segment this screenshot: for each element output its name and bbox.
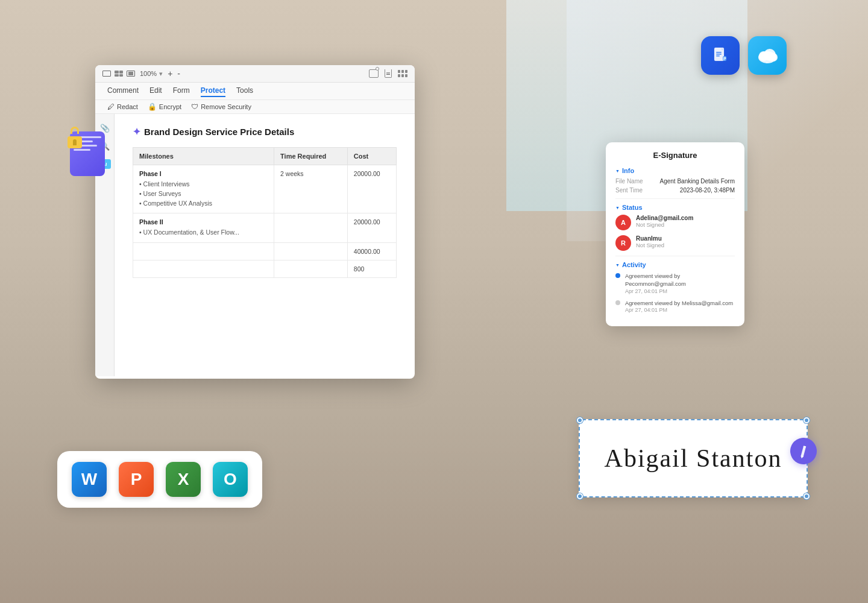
sig-corner-br bbox=[804, 493, 810, 499]
signer-row-2: R RuanImu Not Signed bbox=[615, 235, 735, 251]
esig-title: E-Signature bbox=[615, 151, 735, 160]
title-star-icon: ✦ bbox=[133, 126, 140, 137]
esig-status-section: Status bbox=[615, 204, 735, 211]
menu-form[interactable]: Form bbox=[173, 85, 190, 97]
col-time: Time Required bbox=[274, 148, 348, 165]
toolbar-icons bbox=[102, 71, 135, 77]
svg-text:P: P bbox=[723, 57, 726, 61]
esig-activity-section: Activity bbox=[615, 261, 735, 268]
signer-status-1: Not Signed bbox=[636, 221, 735, 228]
redact-button[interactable]: 🖊 Redact bbox=[107, 103, 138, 111]
col-milestones: Milestones bbox=[133, 148, 274, 165]
menu-comment[interactable]: Comment bbox=[107, 85, 139, 97]
phase4-cost: 800 bbox=[347, 260, 396, 278]
phase1-time: 2 weeks bbox=[274, 165, 348, 213]
signature-text: Abigail Stanton bbox=[605, 444, 782, 473]
remove-security-icon: 🛡 bbox=[191, 103, 198, 111]
table-row: 800 bbox=[133, 260, 397, 278]
protect-bar: 🖊 Redact 🔒 Encrypt 🛡 Remove Security bbox=[95, 100, 415, 114]
cloud-app-icon[interactable] bbox=[748, 36, 787, 75]
sig-corner-bl bbox=[577, 493, 583, 499]
sig-corner-tr bbox=[804, 417, 810, 423]
activity-item-2: Agreement viewed by Melissa@gmail.com Ap… bbox=[615, 299, 735, 313]
phase2-item1: • UX Documentation, & User Flow... bbox=[139, 228, 268, 238]
phase2-cost: 20000.00 bbox=[347, 213, 396, 243]
excel-icon[interactable]: X bbox=[166, 462, 201, 497]
phase1-item1: • Client Interviews bbox=[139, 180, 268, 189]
redact-icon: 🖊 bbox=[107, 103, 115, 111]
app-icons-area: P bbox=[701, 36, 787, 75]
toolbar-right-icons bbox=[369, 69, 407, 78]
lock-doc-icon bbox=[65, 127, 108, 181]
esig-filename-value: Agent Banking Details Form bbox=[659, 178, 735, 185]
signer-row-1: A Adelina@gmail.com Not Signed bbox=[615, 215, 735, 230]
phase1-title: Phase I bbox=[139, 170, 268, 177]
phase1-cost: 20000.00 bbox=[347, 165, 396, 213]
esignature-panel: E-Signature Info File Name Agent Banking… bbox=[606, 142, 744, 326]
signer-avatar-r: R bbox=[615, 235, 631, 251]
table-row: Phase I • Client Interviews • User Surve… bbox=[133, 165, 397, 213]
forms-icon[interactable]: O bbox=[213, 462, 248, 497]
esig-senttime-label: Sent Time bbox=[615, 187, 643, 194]
price-table: Milestones Time Required Cost Phase I • … bbox=[133, 147, 397, 278]
activity-text-2: Agreement viewed by Melissa@gmail.com Ap… bbox=[625, 299, 733, 313]
activity-dot-2 bbox=[615, 300, 620, 305]
signer-info-2: RuanImu Not Signed bbox=[636, 235, 735, 248]
svg-rect-5 bbox=[716, 55, 720, 57]
activity-item-1: Agreement viewed by Pecommon@gmail.com A… bbox=[615, 272, 735, 294]
phase1-item3: • Competitive UX Analysis bbox=[139, 199, 268, 209]
svg-point-11 bbox=[769, 53, 778, 62]
col-cost: Cost bbox=[347, 148, 396, 165]
phase3-cost: 40000.00 bbox=[347, 243, 396, 260]
esig-filename-label: File Name bbox=[615, 178, 643, 185]
signer-avatar-a: A bbox=[615, 215, 631, 230]
pdf-viewer: 100% ▾ + - bbox=[95, 65, 415, 379]
activity-dot-1 bbox=[615, 273, 620, 278]
lock-icon bbox=[65, 127, 84, 148]
phase2-title: Phase II bbox=[139, 218, 268, 226]
phase2-time bbox=[274, 213, 348, 243]
zoom-minus[interactable]: - bbox=[177, 69, 180, 78]
signer-info-1: Adelina@gmail.com Not Signed bbox=[636, 215, 735, 228]
pdf-app-icon[interactable]: P bbox=[701, 36, 740, 75]
word-icon[interactable]: W bbox=[72, 462, 107, 497]
encrypt-icon: 🔒 bbox=[148, 103, 157, 111]
esig-senttime-row: Sent Time 2023-08-20, 3:48PM bbox=[615, 187, 735, 194]
menu-tools[interactable]: Tools bbox=[236, 85, 253, 97]
signer-email-1: Adelina@gmail.com bbox=[636, 215, 735, 221]
encrypt-button[interactable]: 🔒 Encrypt bbox=[148, 103, 181, 111]
zoom-control[interactable]: 100% ▾ bbox=[140, 70, 163, 78]
phase1-item2: • User Surveys bbox=[139, 189, 268, 199]
zoom-level: 100% bbox=[140, 70, 157, 77]
office-icons-area: W P X O bbox=[57, 451, 262, 508]
esig-senttime-value: 2023-08-20, 3:48PM bbox=[680, 187, 735, 194]
pdf-toolbar: 100% ▾ + - bbox=[95, 65, 415, 83]
svg-rect-3 bbox=[716, 52, 722, 53]
signer-status-2: Not Signed bbox=[636, 242, 735, 248]
table-row: 40000.00 bbox=[133, 243, 397, 260]
svg-rect-4 bbox=[716, 54, 722, 55]
table-row: Phase II • UX Documentation, & User Flow… bbox=[133, 213, 397, 243]
sig-corner-tl bbox=[577, 417, 583, 423]
esig-info-section: Info bbox=[615, 167, 735, 174]
doc-title: ✦ Brand Design Service Price Details bbox=[133, 126, 397, 137]
menu-bar: Comment Edit Form Protect Tools bbox=[95, 83, 415, 100]
menu-protect[interactable]: Protect bbox=[201, 85, 225, 97]
powerpoint-icon[interactable]: P bbox=[119, 462, 154, 497]
signature-box[interactable]: Abigail Stanton bbox=[579, 419, 808, 497]
signer-email-2: RuanImu bbox=[636, 235, 735, 242]
esig-filename-row: File Name Agent Banking Details Form bbox=[615, 178, 735, 185]
menu-edit[interactable]: Edit bbox=[149, 85, 162, 97]
remove-security-button[interactable]: 🛡 Remove Security bbox=[191, 103, 251, 111]
activity-text-1: Agreement viewed by Pecommon@gmail.com A… bbox=[625, 272, 735, 294]
zoom-plus[interactable]: + bbox=[168, 69, 172, 78]
